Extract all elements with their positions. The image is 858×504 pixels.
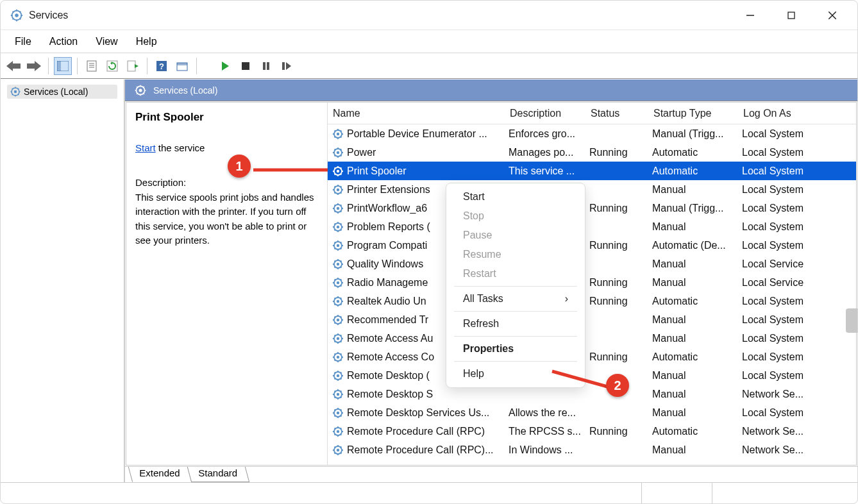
service-row[interactable]: Radio ManagemeRunningManualLocal Service xyxy=(328,273,856,292)
svg-point-62 xyxy=(337,392,339,395)
service-row[interactable]: Portable Device Enumerator ...Enforces g… xyxy=(328,124,856,143)
description-text: This service spools print jobs and handl… xyxy=(135,190,318,248)
service-name: Quality Windows xyxy=(347,258,423,270)
help-button[interactable]: ? xyxy=(153,57,171,75)
service-name: Radio Manageme xyxy=(347,277,428,289)
service-row[interactable]: Print SpoolerThis service ...AutomaticLo… xyxy=(328,162,856,180)
context-menu-pause: Pause xyxy=(446,226,585,245)
stop-service-button[interactable] xyxy=(237,57,255,75)
service-row[interactable]: Remote Access AuManualLocal System xyxy=(328,329,856,348)
col-log-on-as[interactable]: Log On As xyxy=(738,104,828,123)
forward-button[interactable] xyxy=(25,57,43,75)
service-logon: Local System xyxy=(738,407,828,419)
service-startup-type: Automatic xyxy=(648,147,738,158)
service-row[interactable]: Remote Procedure Call (RPC)The RPCSS s..… xyxy=(328,422,856,441)
svg-point-54 xyxy=(337,318,339,321)
service-startup-type: Manual xyxy=(648,221,738,233)
svg-rect-31 xyxy=(282,62,285,70)
menu-file[interactable]: File xyxy=(6,32,40,51)
pause-service-button[interactable] xyxy=(257,57,275,75)
view-options-button[interactable] xyxy=(173,57,191,75)
tree-item-services-local[interactable]: Services (Local) xyxy=(7,85,117,99)
service-startup-type: Manual (Trigg... xyxy=(648,128,738,140)
service-row[interactable]: Realtek Audio UnRunningAutomaticLocal Sy… xyxy=(328,292,856,310)
gear-icon xyxy=(332,444,344,457)
context-menu-stop: Stop xyxy=(446,206,585,226)
service-logon: Local System xyxy=(738,296,828,307)
selected-service-title: Print Spooler xyxy=(135,109,318,126)
svg-rect-29 xyxy=(263,62,265,70)
back-arrow-icon xyxy=(6,61,21,71)
export-list-button[interactable] xyxy=(124,57,142,75)
refresh-button[interactable] xyxy=(103,57,121,75)
context-menu-properties[interactable]: Properties xyxy=(446,339,585,358)
svg-text:?: ? xyxy=(159,62,164,71)
properties-button[interactable] xyxy=(83,57,101,75)
scroll-handle[interactable] xyxy=(846,308,857,333)
panel-icon xyxy=(57,61,69,71)
tab-standard[interactable]: Standard xyxy=(187,467,249,482)
service-row[interactable]: Remote Procedure Call (RPC)...In Windows… xyxy=(328,441,856,459)
svg-point-52 xyxy=(337,299,339,302)
service-row[interactable]: PowerManages po...RunningAutomaticLocal … xyxy=(328,143,856,162)
start-service-button[interactable] xyxy=(216,57,234,75)
service-name: Program Compati xyxy=(347,240,427,251)
start-service-link[interactable]: Start xyxy=(135,142,156,153)
service-description: This service ... xyxy=(505,165,585,177)
title-bar: Services xyxy=(1,1,857,30)
svg-point-46 xyxy=(337,244,339,246)
gear-icon xyxy=(332,425,344,438)
col-description[interactable]: Description xyxy=(505,104,585,123)
service-row[interactable]: Recommended TrManualLocal System xyxy=(328,310,856,329)
svg-point-36 xyxy=(337,151,339,153)
svg-point-56 xyxy=(337,337,339,339)
panel-header-title: Services (Local) xyxy=(153,85,217,96)
maximize-button[interactable] xyxy=(777,3,806,28)
detail-pane: Print Spooler Start the service Descript… xyxy=(126,103,328,465)
service-name: Printer Extensions xyxy=(347,184,430,196)
gear-icon xyxy=(332,221,344,233)
svg-point-58 xyxy=(337,355,339,358)
close-button[interactable] xyxy=(818,3,847,28)
show-hide-tree-button[interactable] xyxy=(54,57,72,75)
service-name: PrintWorkflow_a6 xyxy=(347,203,427,214)
service-logon: Local System xyxy=(738,165,828,177)
service-row[interactable]: Problem Reports (ManualLocal System xyxy=(328,217,856,236)
gear-icon xyxy=(332,276,344,289)
tabs-strip: Extended Standard xyxy=(125,466,857,482)
context-menu-refresh[interactable]: Refresh xyxy=(446,314,585,333)
minimize-button[interactable] xyxy=(736,3,765,28)
service-logon: Local System xyxy=(738,351,828,363)
tab-extended[interactable]: Extended xyxy=(128,467,192,482)
service-row[interactable]: Printer ExtensionsManualLocal System xyxy=(328,180,856,199)
service-name: Remote Desktop S xyxy=(347,389,433,400)
restart-service-button[interactable] xyxy=(278,57,296,75)
service-row[interactable]: Quality WindowsManualLocal Service xyxy=(328,255,856,273)
col-status[interactable]: Status xyxy=(585,104,648,123)
context-menu-start[interactable]: Start xyxy=(446,187,585,206)
service-name: Realtek Audio Un xyxy=(347,296,426,307)
context-menu-all-tasks[interactable]: All Tasks› xyxy=(446,289,585,308)
col-name[interactable]: Name xyxy=(328,104,505,123)
service-name: Remote Procedure Call (RPC) xyxy=(347,426,485,437)
svg-point-68 xyxy=(337,448,339,451)
stop-icon xyxy=(241,62,250,71)
service-row[interactable]: Program CompatiRunningAutomatic (De...Lo… xyxy=(328,236,856,255)
back-button[interactable] xyxy=(4,57,22,75)
service-row[interactable]: Remote Desktop Services Us...Allows the … xyxy=(328,403,856,422)
svg-point-64 xyxy=(337,411,339,414)
service-row[interactable]: PrintWorkflow_a6RunningManual (Trigg...L… xyxy=(328,199,856,217)
menu-view[interactable]: View xyxy=(87,32,126,51)
col-startup-type[interactable]: Startup Type xyxy=(648,104,738,123)
refresh-icon xyxy=(106,60,118,72)
service-status: Running xyxy=(585,351,648,363)
service-row[interactable]: Remote Access CoRunningAutomaticLocal Sy… xyxy=(328,348,856,366)
service-name: Portable Device Enumerator ... xyxy=(347,128,487,140)
gear-icon xyxy=(332,332,344,345)
start-service-line: Start the service xyxy=(135,141,318,156)
menu-action[interactable]: Action xyxy=(40,32,87,51)
svg-marker-22 xyxy=(135,64,139,68)
menu-help[interactable]: Help xyxy=(127,32,166,51)
svg-point-48 xyxy=(337,262,339,265)
svg-point-44 xyxy=(337,225,339,228)
